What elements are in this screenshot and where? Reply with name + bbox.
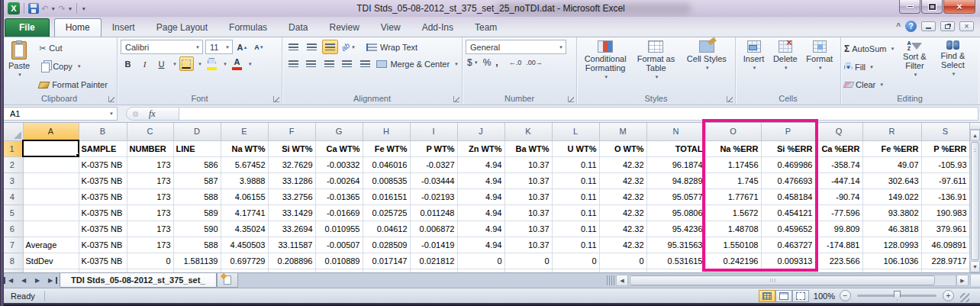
- column-header-J[interactable]: J: [457, 123, 505, 140]
- cell-A1[interactable]: [23, 140, 79, 156]
- cell-G7[interactable]: -0.00507: [315, 237, 363, 253]
- cell-H9[interactable]: [363, 269, 410, 272]
- cell-Q2[interactable]: -358.74: [815, 156, 862, 172]
- normal-view-button[interactable]: [759, 290, 775, 302]
- cell-H1[interactable]: Fe WT%: [363, 140, 410, 156]
- column-header-L[interactable]: L: [552, 123, 599, 140]
- cell-K8[interactable]: 0: [505, 253, 552, 269]
- horizontal-scroll-thumb[interactable]: [630, 275, 935, 285]
- cell-R5[interactable]: 93.3802: [862, 205, 921, 221]
- vertical-scrollbar[interactable]: ▲ ▼: [969, 123, 980, 272]
- row-header-6[interactable]: 6: [2, 221, 23, 237]
- find-select-button[interactable]: Find & Select ▼: [934, 40, 971, 93]
- row-header-4[interactable]: 4: [2, 188, 23, 205]
- cell-K4[interactable]: 10.37: [505, 188, 552, 205]
- cell-K3[interactable]: 10.37: [505, 172, 552, 188]
- cell-H8[interactable]: 0.017147: [363, 253, 410, 269]
- cell-A7[interactable]: Average: [23, 237, 79, 253]
- cell-S4[interactable]: -136.91: [921, 188, 969, 205]
- column-header-I[interactable]: I: [410, 123, 457, 140]
- cell-C6[interactable]: 173: [127, 221, 173, 237]
- cell-J1[interactable]: Zn WT%: [457, 140, 505, 156]
- number-format-select[interactable]: General▼: [466, 40, 566, 54]
- insert-function-button[interactable]: fx: [126, 107, 179, 121]
- cell-R3[interactable]: 302.643: [862, 172, 921, 188]
- clear-button[interactable]: Clear▼: [844, 80, 895, 89]
- cell-M8[interactable]: 0: [599, 253, 646, 269]
- column-header-A[interactable]: A: [23, 123, 79, 140]
- cell-G2[interactable]: -0.00332: [315, 156, 363, 172]
- cell-S1[interactable]: P %ERR: [921, 140, 969, 156]
- tab-data[interactable]: Data: [278, 19, 318, 37]
- cell-J3[interactable]: 4.94: [457, 172, 505, 188]
- cell-F8[interactable]: 0.208896: [268, 253, 315, 269]
- cell-Q3[interactable]: -447.14: [815, 172, 862, 188]
- cell-L7[interactable]: 0.11: [552, 237, 599, 253]
- cell-A8[interactable]: StdDev: [23, 253, 79, 269]
- cell-styles-button[interactable]: Cell Styles ▼: [682, 40, 732, 93]
- cell-J8[interactable]: 0: [457, 253, 505, 269]
- next-sheet-icon[interactable]: ▶: [31, 277, 44, 284]
- cell-L5[interactable]: 0.11: [552, 205, 599, 221]
- cell-D9[interactable]: [173, 269, 221, 272]
- cell-B2[interactable]: K-0375 NB: [79, 156, 127, 172]
- cell-S7[interactable]: 46.09891: [921, 237, 969, 253]
- cell-B5[interactable]: K-0375 NB: [79, 205, 127, 221]
- delete-cells-button[interactable]: Delete ▼: [773, 40, 798, 93]
- alignment-dialog-launcher-icon[interactable]: [453, 96, 459, 102]
- cell-N6[interactable]: 95.4236: [646, 221, 705, 237]
- split-handle[interactable]: [970, 123, 980, 130]
- copy-button[interactable]: Copy▼: [37, 60, 110, 73]
- cell-A4[interactable]: [23, 188, 79, 205]
- column-header-K[interactable]: K: [505, 123, 552, 140]
- column-header-B[interactable]: B: [79, 123, 127, 140]
- row-header-7[interactable]: 7: [2, 237, 23, 253]
- cell-E2[interactable]: 5.67452: [221, 156, 268, 172]
- cell-D4[interactable]: 588: [173, 188, 221, 205]
- cell-D7[interactable]: 588: [173, 237, 221, 253]
- cell-M4[interactable]: 42.32: [599, 188, 646, 205]
- cell-M2[interactable]: 42.32: [599, 156, 646, 172]
- select-all-corner[interactable]: [2, 123, 23, 140]
- cell-B3[interactable]: K-0375 NB: [79, 172, 127, 188]
- cell-F2[interactable]: 32.7629: [268, 156, 315, 172]
- cell-R1[interactable]: Fe %ERR: [862, 140, 921, 156]
- scroll-down-icon[interactable]: ▼: [970, 261, 980, 272]
- vertical-scroll-thumb[interactable]: [971, 142, 979, 260]
- cell-K7[interactable]: 10.37: [505, 237, 552, 253]
- cell-F5[interactable]: 33.1429: [268, 205, 315, 221]
- maximize-button[interactable]: [921, 0, 943, 14]
- cell-B1[interactable]: SAMPLE: [79, 140, 127, 156]
- workbook-restore-button[interactable]: [940, 21, 955, 31]
- cell-C9[interactable]: [127, 269, 173, 272]
- row-header-3[interactable]: 3: [2, 172, 23, 188]
- row-header-2[interactable]: 2: [2, 156, 23, 172]
- excel-app-icon[interactable]: X: [8, 2, 20, 14]
- tab-view[interactable]: View: [370, 19, 411, 37]
- cell-C5[interactable]: 173: [127, 205, 173, 221]
- zoom-slider-thumb[interactable]: [894, 291, 901, 301]
- cell-J9[interactable]: [457, 269, 505, 272]
- redo-icon[interactable]: ↷: [58, 3, 65, 14]
- cell-G8[interactable]: 0.010889: [315, 253, 363, 269]
- cell-C2[interactable]: 173: [127, 156, 173, 172]
- borders-button[interactable]: [179, 56, 194, 71]
- column-header-D[interactable]: D: [173, 123, 221, 140]
- borders-dropdown-icon[interactable]: ▼: [198, 62, 202, 66]
- horizontal-scrollbar[interactable]: [628, 275, 956, 286]
- cell-N7[interactable]: 95.31563: [646, 237, 705, 253]
- cell-E9[interactable]: [221, 269, 268, 272]
- cell-I1[interactable]: P WT%: [410, 140, 457, 156]
- cell-L9[interactable]: [552, 269, 599, 272]
- orientation-button[interactable]: ab▼: [340, 40, 356, 54]
- workbook-close-button[interactable]: ×: [959, 21, 974, 31]
- cell-D2[interactable]: 586: [173, 156, 221, 172]
- cell-A5[interactable]: [23, 205, 79, 221]
- tab-page-layout[interactable]: Page Layout: [146, 19, 218, 37]
- cell-F3[interactable]: 33.1286: [268, 172, 315, 188]
- increase-indent-button[interactable]: [357, 56, 372, 71]
- align-top-button[interactable]: [285, 40, 301, 54]
- styles-dialog-launcher-icon[interactable]: [727, 96, 733, 102]
- merge-center-button[interactable]: Merge & Center: [390, 60, 450, 69]
- underline-button[interactable]: U: [154, 56, 169, 71]
